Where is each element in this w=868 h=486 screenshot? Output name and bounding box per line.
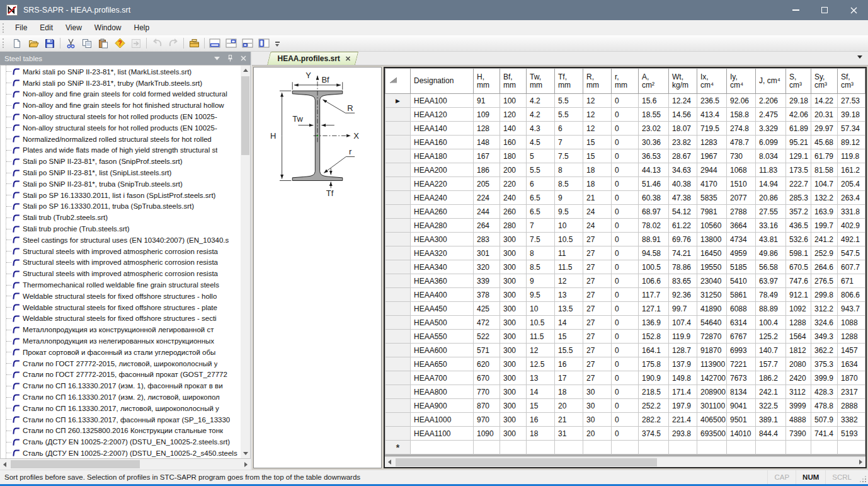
- grid-cell[interactable]: 4170: [697, 177, 727, 191]
- grid-cell[interactable]: 18.07: [669, 122, 697, 136]
- tree-vertical-scrollbar[interactable]: [241, 66, 250, 458]
- grid-cell[interactable]: 78.49: [756, 288, 786, 302]
- grid-cell[interactable]: HEAA160: [411, 136, 474, 149]
- grid-cell[interactable]: 132.2: [811, 191, 838, 205]
- grid-cell[interactable]: 34.63: [669, 163, 697, 177]
- grid-cell[interactable]: 44.13: [639, 163, 669, 177]
- grid-cell[interactable]: 7981: [697, 205, 727, 219]
- scroll-right-icon[interactable]: [241, 459, 251, 470]
- grid-cell[interactable]: 5: [527, 149, 555, 163]
- grid-cell[interactable]: 4.2: [527, 108, 555, 122]
- grid-cell[interactable]: 100.5: [639, 260, 669, 274]
- grid-cell[interactable]: HEAA600: [411, 344, 474, 357]
- grid-cell[interactable]: 4.3: [527, 122, 555, 136]
- grid-cell[interactable]: 375.3: [811, 357, 838, 371]
- grid-cell[interactable]: 389.1: [756, 413, 786, 427]
- grid-cell[interactable]: 69.76: [669, 233, 697, 246]
- grid-cell[interactable]: 56.58: [756, 260, 786, 274]
- grid-cell[interactable]: 23.02: [639, 122, 669, 136]
- grid-cell[interactable]: 300: [500, 246, 527, 260]
- grid-cell[interactable]: 27.55: [756, 205, 786, 219]
- grid-cell[interactable]: 68.97: [639, 205, 669, 219]
- column-header[interactable]: Sf,cm³: [838, 69, 865, 94]
- grid-cell[interactable]: 54640: [697, 316, 727, 330]
- grid-cell[interactable]: 274.8: [727, 122, 756, 136]
- grid-cell[interactable]: 27: [583, 330, 612, 344]
- undo-button[interactable]: [149, 37, 165, 50]
- grid-cell[interactable]: 264: [474, 219, 500, 233]
- grid-cell[interactable]: 8: [527, 246, 555, 260]
- scrollbar-thumb[interactable]: [241, 76, 249, 155]
- grid-cell[interactable]: 312.2: [811, 302, 838, 316]
- grid-cell[interactable]: 522: [474, 330, 500, 344]
- grid-cell[interactable]: 300: [500, 302, 527, 316]
- tree-item[interactable]: Plates and wide flats made of high yield…: [1, 145, 241, 156]
- grid-cell[interactable]: 29.18: [786, 94, 811, 108]
- grid-cell[interactable]: 0: [612, 330, 639, 344]
- grid-cell[interactable]: 0: [612, 260, 639, 274]
- grid-cell[interactable]: 6767: [727, 330, 756, 344]
- grid-cell[interactable]: 14.56: [669, 108, 697, 122]
- tab-close-icon[interactable]: [346, 56, 351, 61]
- tree-item[interactable]: Marki stali po SNiP II-23-81*, truby (Ma…: [1, 78, 241, 89]
- grid-cell[interactable]: 1634: [838, 357, 865, 371]
- grid-cell[interactable]: 300: [500, 260, 527, 274]
- grid-cell[interactable]: 6.099: [756, 136, 786, 149]
- grid-cell[interactable]: [527, 441, 555, 454]
- tree-item[interactable]: Weldable structural steels for fixed off…: [1, 291, 241, 302]
- grid-cell[interactable]: 100: [500, 94, 527, 108]
- grid-cell[interactable]: 0: [612, 122, 639, 136]
- grid-cell[interactable]: 157.7: [756, 357, 786, 371]
- copy-button[interactable]: [79, 37, 95, 50]
- grid-cell[interactable]: 208900: [697, 385, 727, 399]
- grid-cell[interactable]: [811, 441, 838, 454]
- minimize-button[interactable]: [781, 0, 810, 20]
- grid-cell[interactable]: HEAA260: [411, 205, 474, 219]
- grid-cell[interactable]: 260: [500, 205, 527, 219]
- grid-cell[interactable]: 6993: [727, 344, 756, 357]
- grid-cell[interactable]: 113900: [697, 357, 727, 371]
- menu-view[interactable]: View: [59, 21, 88, 34]
- grid-cell[interactable]: 78.02: [639, 219, 669, 233]
- grid-cell[interactable]: 27: [583, 344, 612, 357]
- grid-cell[interactable]: 27: [583, 274, 612, 288]
- grid-cell[interactable]: 14.94: [756, 177, 786, 191]
- tree-item[interactable]: Structural steels with improved atmosphe…: [1, 268, 241, 279]
- grid-cell[interactable]: 1088: [838, 316, 865, 330]
- scroll-up-icon[interactable]: [241, 66, 250, 75]
- grid-cell[interactable]: 74.21: [669, 246, 697, 260]
- grid-cell[interactable]: 276.5: [811, 274, 838, 288]
- grid-cell[interactable]: 7673: [727, 371, 756, 385]
- grid-cell[interactable]: 27: [583, 302, 612, 316]
- grid-cell[interactable]: 770: [474, 385, 500, 399]
- grid-cell[interactable]: 224: [474, 191, 500, 205]
- grid-cell[interactable]: HEAA800: [411, 385, 474, 399]
- redo-button[interactable]: [165, 37, 181, 50]
- grid-cell[interactable]: 285.3: [786, 191, 811, 205]
- grid-cell[interactable]: 4959: [727, 246, 756, 260]
- grid-cell[interactable]: 0: [612, 288, 639, 302]
- grid-cell[interactable]: [786, 441, 811, 454]
- table-view-1-button[interactable]: [207, 37, 223, 50]
- row-header[interactable]: [385, 191, 411, 205]
- grid-cell[interactable]: 741.4: [811, 427, 838, 441]
- grid-cell[interactable]: 0: [612, 274, 639, 288]
- grid-cell[interactable]: 2944: [697, 163, 727, 177]
- grid-cell[interactable]: 42.06: [786, 108, 811, 122]
- grid-cell[interactable]: 9.5: [555, 205, 583, 219]
- grid-cell[interactable]: 547.5: [838, 246, 865, 260]
- grid-cell[interactable]: 300: [500, 288, 527, 302]
- tree-item[interactable]: Non-alloy structural steels for hot roll…: [1, 122, 241, 134]
- grid-cell[interactable]: 12: [583, 122, 612, 136]
- grid-cell[interactable]: 301: [474, 246, 500, 260]
- grid-cell[interactable]: HEAA500: [411, 316, 474, 330]
- row-header[interactable]: [385, 357, 411, 371]
- grid-cell[interactable]: 49.86: [756, 246, 786, 260]
- grid-cell[interactable]: 339: [474, 274, 500, 288]
- grid-cell[interactable]: 9.5: [527, 288, 555, 302]
- grid-cell[interactable]: 30: [583, 399, 612, 413]
- grid-cell[interactable]: 671: [838, 274, 865, 288]
- grid-cell[interactable]: 107.4: [669, 316, 697, 330]
- grid-cell[interactable]: 19550: [697, 260, 727, 274]
- tree-horizontal-scrollbar[interactable]: [0, 459, 251, 470]
